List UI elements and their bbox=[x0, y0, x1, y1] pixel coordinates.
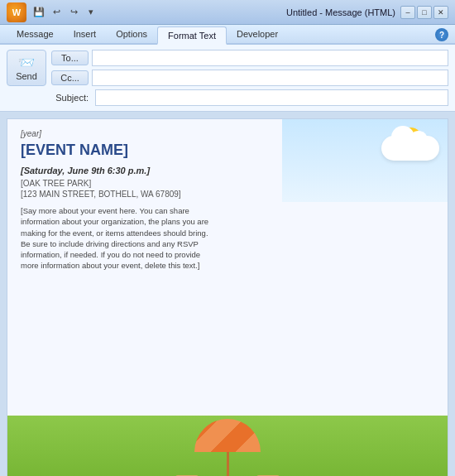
undo-quick-btn[interactable]: ↩ bbox=[49, 5, 64, 20]
illustration-bottom: www.americaspechristianscollege.com bbox=[7, 416, 448, 476]
fields-area: To... Cc... Subject: bbox=[51, 50, 448, 106]
event-date-field: [Saturday, June 9th 6:30 p.m.] bbox=[21, 166, 434, 175]
year-field: [year] bbox=[21, 129, 434, 138]
tab-message[interactable]: Message bbox=[7, 25, 64, 43]
close-button[interactable]: ✕ bbox=[433, 6, 448, 19]
email-content: [year] [EVENT NAME] [Saturday, June 9th … bbox=[7, 118, 448, 476]
cc-input[interactable] bbox=[92, 70, 448, 86]
to-button[interactable]: To... bbox=[51, 50, 89, 65]
cc-row: Cc... bbox=[51, 70, 448, 86]
redo-quick-btn[interactable]: ↪ bbox=[66, 5, 81, 20]
umbrella-top bbox=[194, 419, 261, 452]
cc-button[interactable]: Cc... bbox=[51, 70, 89, 85]
help-icon[interactable]: ? bbox=[435, 28, 448, 41]
maximize-button[interactable]: □ bbox=[417, 6, 432, 19]
description-field: [Say more about your event here. You can… bbox=[21, 205, 219, 272]
email-header: 📨 Send To... Cc... Subject: bbox=[0, 45, 455, 112]
ribbon-tabs: Message Insert Options Format Text Devel… bbox=[0, 25, 455, 45]
template-area: [year] [EVENT NAME] [Saturday, June 9th … bbox=[7, 119, 448, 476]
location-field: [OAK TREE PARK] bbox=[21, 179, 434, 188]
subject-row: Subject: bbox=[51, 89, 448, 106]
subject-input[interactable] bbox=[95, 89, 448, 106]
tab-format-text[interactable]: Format Text bbox=[157, 26, 227, 45]
address-field: [123 MAIN STREET, BOTHELL, WA 67809] bbox=[21, 190, 434, 199]
to-input[interactable] bbox=[92, 50, 448, 66]
window-controls: – □ ✕ bbox=[400, 6, 448, 19]
umbrella-pole bbox=[227, 452, 229, 476]
more-quick-btn[interactable]: ▾ bbox=[84, 5, 98, 20]
quick-access-toolbar: 💾 ↩ ↪ ▾ bbox=[31, 5, 281, 20]
grass-area: www.americaspechristianscollege.com bbox=[7, 416, 448, 476]
window-title: Untitled - Message (HTML) bbox=[286, 7, 395, 17]
save-quick-btn[interactable]: 💾 bbox=[31, 5, 46, 20]
template-text: [year] [EVENT NAME] [Saturday, June 9th … bbox=[7, 119, 448, 364]
send-button[interactable]: 📨 Send bbox=[7, 50, 46, 86]
sender-area: 📨 Send To... Cc... Subject: bbox=[7, 50, 448, 106]
tab-developer[interactable]: Developer bbox=[227, 25, 288, 43]
title-bar: W 💾 ↩ ↪ ▾ Untitled - Message (HTML) – □ … bbox=[0, 0, 455, 25]
umbrella bbox=[190, 419, 265, 476]
send-icon: 📨 bbox=[18, 55, 35, 70]
subject-label: Subject: bbox=[51, 93, 89, 103]
office-logo: W bbox=[7, 2, 26, 22]
tab-insert[interactable]: Insert bbox=[64, 25, 107, 43]
tab-options[interactable]: Options bbox=[106, 25, 157, 43]
send-label: Send bbox=[16, 71, 37, 81]
picnic-scene bbox=[175, 419, 280, 476]
email-body: [year] [EVENT NAME] [Saturday, June 9th … bbox=[0, 112, 455, 476]
event-name-field: [EVENT NAME] bbox=[21, 142, 434, 159]
minimize-button[interactable]: – bbox=[400, 6, 415, 19]
to-row: To... bbox=[51, 50, 448, 66]
